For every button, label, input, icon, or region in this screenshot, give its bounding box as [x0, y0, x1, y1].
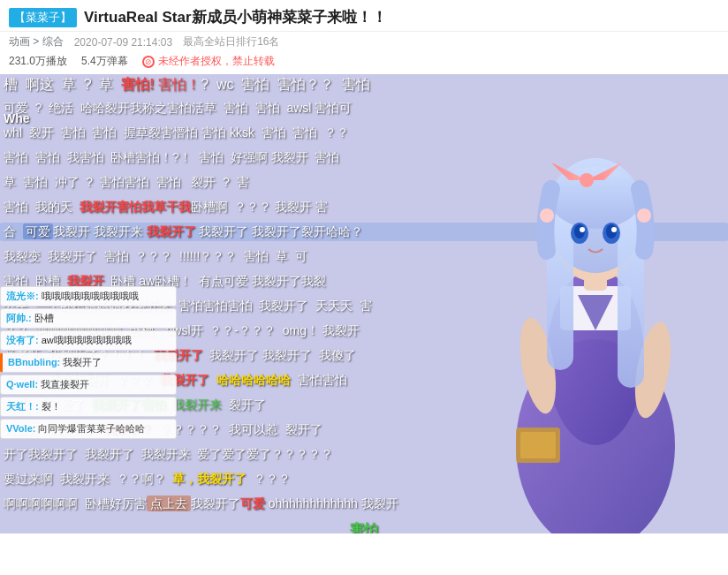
whe-text: Whe — [4, 111, 30, 125]
danmaku-line: 槽 啊这 草 ? 草 害怕! 害怕！? wc 害怕 害怕？？ 害怕 — [0, 74, 728, 95]
popup-msg: Q·well: 我直接裂开 — [0, 375, 177, 395]
popup-text: 哦哦哦哦哦哦哦哦哦哦 — [42, 291, 139, 301]
ranking: 最高全站日排行16名 — [183, 34, 279, 49]
title-bar: 【菜菜子】 VirtuaReal Star新成员小萌神菜菜子来啦！！ — [0, 0, 728, 32]
stats-line: 231.0万播放 5.4万弹幕 ⊘ 未经作者授权，禁止转载 — [0, 52, 728, 74]
breadcrumb: 动画 > 综合 — [9, 34, 64, 49]
popup-text: 卧槽 — [34, 313, 54, 323]
tag-badge: 【菜菜子】 — [9, 8, 77, 27]
popup-msg: VVole: 向同学爆雷菜菜子哈哈哈 — [0, 419, 177, 439]
no-repost-icon: ⊘ — [142, 56, 155, 68]
svg-point-17 — [540, 208, 554, 223]
popup-username: BBnubling: — [8, 357, 60, 367]
date: 2020-07-09 21:14:03 — [74, 36, 172, 49]
popup-text: aw哦哦哦哦哦哦哦哦 — [42, 335, 132, 345]
popup-username: VVole: — [6, 423, 35, 434]
popup-msg-highlight: BBnubling: 我裂开了 — [0, 352, 177, 373]
popup-msg: 没有了: aw哦哦哦哦哦哦哦哦 — [0, 330, 177, 351]
popup-text: 我裂开了 — [63, 357, 102, 367]
popup-username: Q·well: — [6, 379, 38, 390]
copyright-text: 未经作者授权，禁止转载 — [158, 54, 275, 69]
svg-rect-21 — [520, 432, 556, 458]
popup-msg: 流光※: 哦哦哦哦哦哦哦哦哦哦 — [0, 286, 177, 306]
danmaku-line: 害怕 — [346, 519, 382, 533]
danmaku-count: 5.4万弹幕 — [81, 54, 128, 69]
app-container: 【菜菜子】 VirtuaReal Star新成员小萌神菜菜子来啦！！ 动画 > … — [0, 0, 728, 575]
svg-point-15 — [580, 227, 585, 232]
main-title: VirtuaReal Star新成员小萌神菜菜子来啦！！ — [84, 7, 387, 27]
popup-messages: 流光※: 哦哦哦哦哦哦哦哦哦哦 阿帅.: 卧槽 没有了: aw哦哦哦哦哦哦哦哦 … — [0, 286, 177, 441]
popup-username: 天红！: — [6, 401, 39, 412]
popup-text: 裂！ — [42, 401, 61, 412]
svg-point-16 — [611, 227, 617, 232]
svg-point-18 — [637, 208, 651, 223]
svg-point-19 — [580, 173, 594, 187]
popup-username: 阿帅.: — [6, 313, 32, 323]
meta-line: 动画 > 综合 2020-07-09 21:14:03 最高全站日排行16名 — [0, 32, 728, 52]
character-image — [463, 110, 728, 533]
popup-username: 流光※: — [6, 291, 39, 301]
popup-text: 向同学爆雷菜菜子哈哈哈 — [38, 423, 145, 434]
no-repost: ⊘ 未经作者授权，禁止转载 — [142, 54, 275, 69]
popup-msg: 天红！: 裂！ — [0, 397, 177, 417]
popup-text: 我直接裂开 — [41, 379, 89, 390]
views-count: 231.0万播放 — [9, 54, 67, 69]
popup-msg: 阿帅.: 卧槽 — [0, 308, 177, 329]
video-area: 槽 啊这 草 ? 草 害怕! 害怕！? wc 害怕 害怕？？ 害怕 可爱 ? 绝… — [0, 74, 728, 533]
popup-username: 没有了: — [6, 335, 39, 345]
